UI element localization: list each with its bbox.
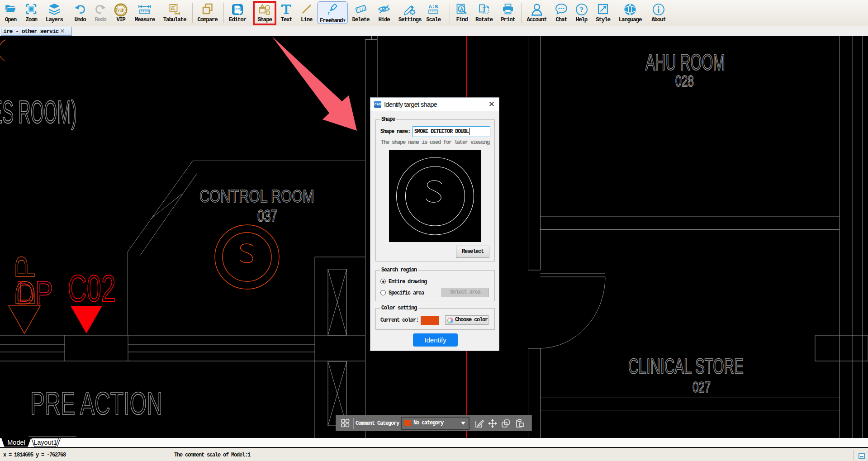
svg-text:CONTROL ROOM: CONTROL ROOM <box>199 186 314 205</box>
svg-text:DP: DP <box>10 255 40 307</box>
svg-text:A: A <box>460 7 463 12</box>
svg-text:ES ROOM): ES ROOM) <box>0 94 77 129</box>
svg-text:PRE ACTION: PRE ACTION <box>30 386 162 421</box>
svg-text:AHU ROOM: AHU ROOM <box>645 50 725 75</box>
svg-text:037: 037 <box>257 206 277 225</box>
svg-text:027: 027 <box>693 379 711 395</box>
svg-text:C02: C02 <box>68 267 116 309</box>
svg-text:028: 028 <box>675 72 694 90</box>
svg-text:Model: Model <box>7 439 25 446</box>
svg-text:CAD: CAD <box>234 7 240 10</box>
svg-text:?: ? <box>580 6 583 14</box>
svg-text:Layout1: Layout1 <box>33 439 57 446</box>
svg-text:A:B: A:B <box>429 4 438 10</box>
svg-text:VIP: VIP <box>117 8 125 13</box>
svg-text:CLINICAL STORE: CLINICAL STORE <box>628 354 744 378</box>
